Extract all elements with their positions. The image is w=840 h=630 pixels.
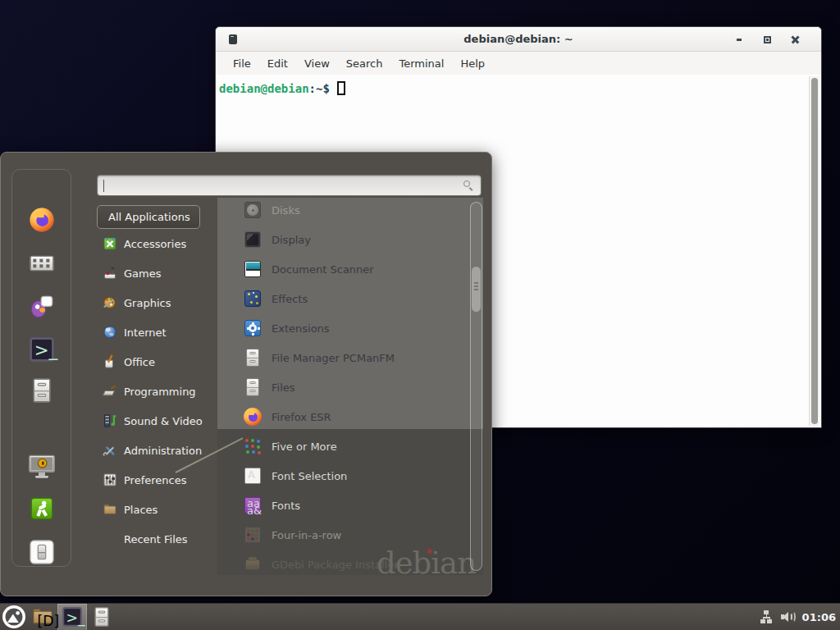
network-icon[interactable]	[760, 609, 774, 624]
terminal-prompt: debian@debian:~$	[219, 81, 345, 95]
accessories-icon	[103, 236, 117, 251]
category-preferences[interactable]: Preferences	[97, 465, 217, 495]
category-list: Accessories Games Graphics Internet Offi…	[97, 229, 217, 554]
file-cabinet-icon	[91, 606, 112, 628]
sidebar-lock-screen-button[interactable]	[29, 453, 55, 479]
app-label: Effects	[272, 293, 308, 305]
terminal-launcher[interactable]: >_	[57, 604, 87, 630]
applist-scrollbar-thumb[interactable]	[472, 267, 481, 312]
minimize-icon[interactable]	[734, 34, 744, 44]
logout-icon	[29, 495, 55, 522]
close-icon[interactable]	[790, 34, 800, 44]
applist-scrollbar[interactable]	[470, 202, 482, 571]
taskbar-launchers: [D] >_	[0, 604, 116, 630]
terminal-icon: >_	[29, 336, 55, 363]
pidgin-icon	[29, 294, 55, 320]
terminal-menu-help[interactable]: Help	[452, 54, 493, 73]
application-menu: >_ All Applications Accessories Games Gr	[0, 152, 492, 596]
fonts-icon: aa a&	[243, 495, 262, 515]
files-launcher[interactable]	[87, 604, 116, 630]
category-office[interactable]: Office	[97, 347, 217, 377]
sidebar-firefox-button[interactable]	[29, 207, 55, 233]
category-internet[interactable]: Internet	[97, 317, 217, 347]
lock-screen-icon	[29, 453, 55, 479]
app-fonts[interactable]: aa a&Fonts	[217, 491, 483, 520]
category-sound-video[interactable]: Sound & Video	[97, 406, 217, 436]
app-disks[interactable]: Disks	[217, 198, 483, 225]
app-label: File Manager PCManFM	[272, 352, 395, 364]
software-icon	[29, 250, 55, 276]
all-applications-button[interactable]: All Applications	[97, 205, 200, 229]
disks-icon	[243, 200, 262, 220]
category-label: Preferences	[124, 474, 186, 486]
app-label: Fonts	[272, 500, 300, 512]
office-icon	[103, 354, 117, 369]
menu-button[interactable]	[0, 604, 28, 630]
terminal-menu-view[interactable]: View	[296, 54, 338, 73]
maximize-icon[interactable]	[762, 34, 772, 44]
firefox-icon	[243, 407, 262, 427]
administration-icon	[103, 443, 117, 458]
folder-debian-icon: [D]	[32, 606, 53, 628]
category-programming[interactable]: Programming	[97, 377, 217, 406]
sidebar-file-cabinet-button[interactable]	[29, 377, 55, 404]
sidebar-software-button[interactable]	[29, 250, 55, 276]
debian-dot	[427, 549, 432, 554]
display-icon	[243, 230, 262, 249]
text-caret	[103, 180, 104, 192]
app-label: Files	[272, 381, 295, 394]
games-icon	[103, 266, 117, 281]
category-label: Sound & Video	[124, 415, 203, 427]
extensions-icon	[243, 318, 262, 338]
app-label: Display	[272, 234, 311, 246]
category-accessories[interactable]: Accessories	[97, 229, 217, 258]
category-label: Graphics	[124, 297, 171, 309]
terminal-menubar: FileEditViewSearchTerminalHelp	[216, 52, 821, 75]
category-label: Administration	[124, 445, 202, 457]
gdebi-icon	[243, 555, 262, 574]
app-document-scanner[interactable]: Document Scanner	[217, 254, 483, 284]
category-recent-files[interactable]: Recent Files	[97, 524, 217, 554]
programming-icon	[103, 384, 117, 399]
app-five-or-more[interactable]: Five or More	[217, 431, 483, 461]
app-label: Four-in-a-row	[272, 529, 341, 541]
category-label: Games	[124, 267, 161, 280]
sidebar-shutdown-button[interactable]	[29, 539, 55, 565]
app-firefox-esr[interactable]: Firefox ESR	[217, 402, 483, 431]
app-font-selection[interactable]: AFont Selection	[217, 461, 483, 491]
clock[interactable]: 01:06	[802, 611, 836, 623]
category-games[interactable]: Games	[97, 258, 217, 288]
category-label: Office	[124, 356, 155, 368]
terminal-menu-edit[interactable]: Edit	[259, 54, 296, 73]
volume-icon[interactable]	[781, 610, 795, 623]
file-manager-launcher[interactable]: [D]	[28, 604, 57, 630]
file-cabinet-icon	[243, 348, 262, 368]
sidebar-logout-button[interactable]	[29, 495, 55, 522]
category-graphics[interactable]: Graphics	[97, 288, 217, 317]
search-input[interactable]	[97, 175, 482, 196]
terminal-menu-terminal[interactable]: Terminal	[390, 54, 452, 73]
app-files[interactable]: Files	[217, 372, 483, 402]
category-label: Accessories	[124, 238, 186, 250]
app-label: Disks	[272, 204, 300, 217]
terminal-menu-file[interactable]: File	[225, 54, 259, 73]
terminal-menu-search[interactable]: Search	[338, 54, 391, 73]
category-label: Places	[124, 504, 158, 516]
graphics-icon	[103, 295, 117, 310]
app-label: Five or More	[272, 441, 337, 453]
sidebar-terminal-button[interactable]: >_	[29, 336, 55, 363]
desktop: debian@debian: ~ FileEditViewSearchTermi…	[0, 0, 840, 630]
debian-watermark: debian	[377, 546, 476, 575]
terminal-scrollbar[interactable]	[809, 76, 819, 426]
category-label: Recent Files	[124, 533, 188, 546]
app-display[interactable]: Display	[217, 225, 483, 254]
terminal-scrollbar-thumb[interactable]	[811, 78, 818, 424]
app-file-manager-pcmanfm[interactable]: File Manager PCManFM	[217, 343, 483, 372]
category-places[interactable]: Places	[97, 495, 217, 524]
app-extensions[interactable]: Extensions	[217, 313, 483, 343]
terminal-titlebar[interactable]: debian@debian: ~	[216, 27, 821, 52]
file-cabinet-icon	[243, 377, 262, 397]
app-effects[interactable]: Effects	[217, 284, 483, 313]
five-or-more-icon	[243, 436, 262, 456]
sidebar-pidgin-button[interactable]	[29, 294, 55, 320]
